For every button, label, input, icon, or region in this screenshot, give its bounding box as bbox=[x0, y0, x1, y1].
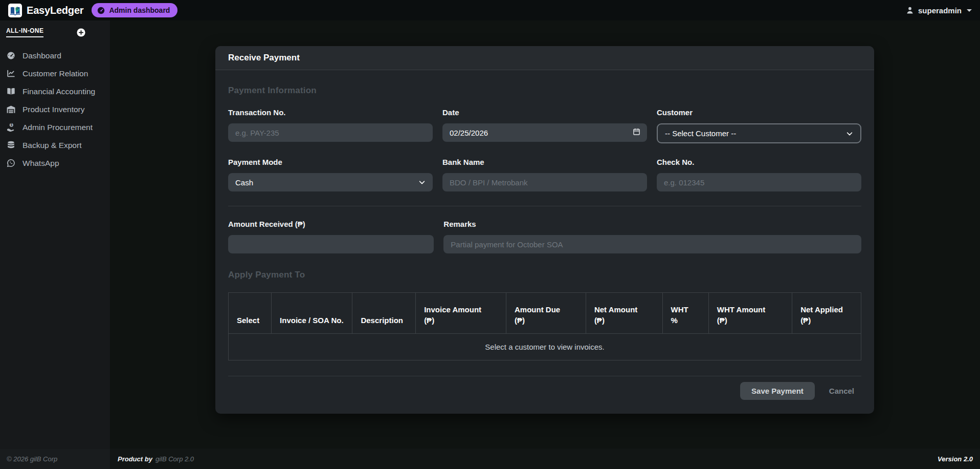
card-header: Receive Payment bbox=[215, 46, 874, 70]
sidebar-item-financial-accounting[interactable]: Financial Accounting bbox=[0, 82, 110, 100]
user-icon bbox=[905, 6, 915, 15]
payment-mode-select-value: Cash bbox=[235, 178, 253, 187]
sidebar-item-dashboard[interactable]: Dashboard bbox=[0, 47, 110, 65]
date-field: Date bbox=[442, 108, 647, 143]
gauge-icon bbox=[6, 51, 16, 60]
sidebar-item-label: Customer Relation bbox=[23, 69, 88, 78]
empty-state-message: Select a customer to view invoices. bbox=[229, 334, 861, 360]
sidebar-item-product-inventory[interactable]: Product Inventory bbox=[0, 100, 110, 118]
sidebar-item-label: Product Inventory bbox=[23, 105, 84, 114]
amount-received-label: Amount Received (₱) bbox=[228, 220, 434, 228]
form-row-3: Amount Received (₱) Remarks bbox=[228, 220, 861, 253]
sidebar-item-label: Admin Procurement bbox=[23, 123, 93, 132]
chevron-down-icon bbox=[418, 179, 426, 186]
remarks-field: Remarks bbox=[443, 220, 861, 253]
username: superadmin bbox=[918, 6, 962, 15]
payment-mode-label: Payment Mode bbox=[228, 158, 433, 166]
invoices-table: Select Invoice / SOA No. Description Inv… bbox=[228, 292, 861, 360]
chevron-down-icon bbox=[967, 9, 972, 12]
sidebar-item-whatsapp[interactable]: WhatsApp bbox=[0, 154, 110, 172]
sidebar: ALL-IN-ONE Dashboard bbox=[0, 20, 110, 469]
database-icon bbox=[6, 140, 16, 150]
page-title: Receive Payment bbox=[228, 53, 300, 63]
card-body: Payment Information Transaction No. Date bbox=[215, 70, 874, 400]
col-description: Description bbox=[352, 293, 416, 334]
col-amount-due: Amount Due(₱) bbox=[506, 293, 586, 334]
gauge-icon bbox=[97, 6, 105, 15]
sidebar-item-label: Financial Accounting bbox=[23, 87, 95, 96]
sidebar-item-label: WhatsApp bbox=[23, 159, 59, 168]
divider bbox=[228, 206, 861, 206]
cancel-button[interactable]: Cancel bbox=[829, 387, 854, 395]
col-invoice-soa-no: Invoice / SOA No. bbox=[272, 293, 352, 334]
col-net-applied: Net Applied(₱) bbox=[792, 293, 861, 334]
chart-line-icon bbox=[6, 69, 16, 78]
admin-dashboard-badge-label: Admin dashboard bbox=[109, 6, 170, 14]
transaction-no-label: Transaction No. bbox=[228, 108, 433, 117]
footer-version: Version 2.0 bbox=[938, 455, 973, 463]
whatsapp-icon bbox=[6, 158, 16, 168]
date-label: Date bbox=[442, 108, 647, 117]
check-no-label: Check No. bbox=[657, 158, 861, 166]
payment-mode-field: Payment Mode Cash bbox=[228, 158, 433, 191]
bank-name-field: Bank Name bbox=[442, 158, 647, 191]
section-payment-information: Payment Information bbox=[228, 86, 861, 96]
table-empty-row: Select a customer to view invoices. bbox=[229, 334, 861, 360]
customer-select[interactable]: -- Select Customer -- bbox=[657, 123, 861, 143]
add-circle-icon[interactable] bbox=[77, 28, 85, 37]
sidebar-item-admin-procurement[interactable]: $ Admin Procurement bbox=[0, 118, 110, 136]
save-payment-button[interactable]: Save Payment bbox=[740, 382, 815, 400]
sidebar-item-label: Dashboard bbox=[23, 51, 61, 60]
book-open-icon bbox=[6, 87, 16, 96]
transaction-no-field: Transaction No. bbox=[228, 108, 433, 143]
table-header-row: Select Invoice / SOA No. Description Inv… bbox=[229, 293, 861, 334]
bank-name-label: Bank Name bbox=[442, 158, 647, 166]
admin-dashboard-badge[interactable]: Admin dashboard bbox=[92, 3, 177, 17]
receive-payment-card: Receive Payment Payment Information Tran… bbox=[215, 46, 874, 414]
amount-received-field: Amount Received (₱) bbox=[228, 220, 434, 253]
user-menu[interactable]: superadmin bbox=[905, 6, 972, 15]
sidebar-item-customer-relation[interactable]: Customer Relation bbox=[0, 65, 110, 82]
customer-select-value: -- Select Customer -- bbox=[665, 129, 736, 138]
col-select: Select bbox=[229, 293, 272, 334]
payment-mode-select[interactable]: Cash bbox=[228, 173, 433, 191]
sidebar-item-label: Backup & Export bbox=[23, 141, 81, 150]
warehouse-icon bbox=[6, 104, 16, 114]
sidebar-item-backup-export[interactable]: Backup & Export bbox=[0, 136, 110, 154]
remarks-label: Remarks bbox=[443, 220, 861, 228]
check-no-field: Check No. bbox=[657, 158, 861, 191]
chevron-down-icon bbox=[846, 130, 853, 137]
footer-company: gilB Corp 2.0 bbox=[155, 455, 194, 463]
sidebar-section-label: ALL-IN-ONE bbox=[6, 27, 43, 37]
col-invoice-amount: Invoice Amount(₱) bbox=[416, 293, 506, 334]
customer-field: Customer -- Select Customer -- bbox=[657, 108, 861, 143]
sidebar-header: ALL-IN-ONE bbox=[0, 20, 110, 40]
form-actions: Save Payment Cancel bbox=[228, 376, 861, 400]
easyledger-logo-icon bbox=[8, 4, 22, 17]
remarks-input[interactable] bbox=[443, 235, 861, 253]
col-net-amount: Net Amount(₱) bbox=[586, 293, 662, 334]
col-wht-amount: WHT Amount(₱) bbox=[708, 293, 792, 334]
main-footer: Product by gilB Corp 2.0 Version 2.0 bbox=[110, 449, 980, 469]
date-input[interactable] bbox=[442, 123, 647, 142]
form-row-1: Transaction No. Date bbox=[228, 108, 861, 143]
sidebar-footer-copyright: © 2026 gilB Corp bbox=[0, 449, 110, 469]
amount-received-input[interactable] bbox=[228, 235, 434, 253]
bank-name-input[interactable] bbox=[442, 173, 647, 191]
topbar: EasyLedger Admin dashboard superadmin bbox=[0, 0, 980, 20]
brand-name: EasyLedger bbox=[27, 5, 83, 16]
sidebar-nav: Dashboard Customer Relation Financial Ac… bbox=[0, 47, 110, 172]
hand-holding-dollar-icon: $ bbox=[6, 122, 16, 132]
svg-text:$: $ bbox=[11, 123, 13, 127]
footer-product-by: Product by bbox=[118, 455, 152, 463]
check-no-input[interactable] bbox=[657, 173, 861, 191]
col-wht-percent: WHT% bbox=[662, 293, 708, 334]
transaction-no-input[interactable] bbox=[228, 123, 433, 142]
customer-label: Customer bbox=[657, 108, 861, 117]
section-apply-payment-to: Apply Payment To bbox=[228, 270, 861, 280]
form-row-2: Payment Mode Cash Bank Name Check No. bbox=[228, 158, 861, 191]
